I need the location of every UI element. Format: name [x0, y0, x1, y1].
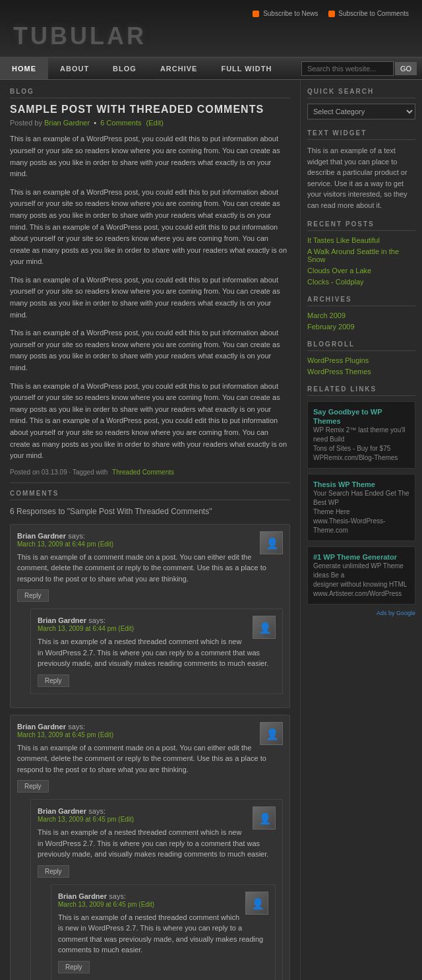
comment-box-2: 👤 Brian Gardner says: March 13, 2009 at … [10, 715, 290, 980]
nav-blog[interactable]: BLOG [101, 58, 148, 79]
blogroll-themes[interactable]: WordPress Themes [307, 368, 415, 376]
post-author-link[interactable]: Brian Gardner [44, 119, 90, 127]
comment-date-1-1: March 13, 2009 at 6:44 pm (Edit) [38, 625, 276, 632]
comment-avatar-2-1: 👤 [253, 806, 276, 830]
search-bar: GO [296, 58, 422, 79]
blogroll-section: BLOGROLL WordPress Plugins WordPress The… [307, 341, 415, 376]
recent-post-1[interactable]: It Tastes Like Beautiful [307, 236, 415, 244]
comment-avatar-1: 👤 [260, 531, 283, 554]
post-edit-label: (Edit) [146, 119, 164, 127]
reply-button-2[interactable]: Reply [17, 780, 49, 793]
subscribe-comments-link[interactable]: Subscribe to Comments [328, 10, 409, 17]
comment-edit-2-1-1[interactable]: (Edit) [138, 901, 154, 908]
comment-date-link-2-1[interactable]: March 13, 2009 at 6:45 pm [38, 816, 117, 823]
post-paragraph-2: This is an example of a WordPress post, … [10, 187, 290, 268]
ad-block-1: Say Goodbye to WP Themes WP Remix 2™ las… [307, 401, 415, 469]
comment-says-1: says: [68, 532, 85, 540]
comment-edit-2-1[interactable]: (Edit) [118, 816, 134, 823]
comment-text-1: This is an example of a comment made on … [17, 552, 283, 585]
ad-title-1[interactable]: Say Goodbye to WP Themes [313, 408, 382, 425]
comment-header-1-1: Brian Gardner says: [38, 616, 276, 625]
comment-date-link-2[interactable]: March 13, 2009 at 6:45 pm [17, 731, 96, 738]
content-area: BLOG SAMPLE POST WITH THREADED COMMENTS … [0, 80, 300, 980]
avatar-image-2-1: 👤 [253, 807, 276, 830]
search-button[interactable]: GO [395, 62, 417, 75]
archive-february[interactable]: February 2009 [307, 323, 415, 331]
comment-date-link-1[interactable]: March 13, 2009 at 6:44 pm [17, 540, 96, 548]
comments-section: COMMENTS 6 Responses to "Sample Post Wit… [10, 482, 290, 980]
avatar-image-1: 👤 [260, 532, 283, 554]
subscribe-news-link[interactable]: Subscribe to News [253, 10, 318, 17]
nav-archive[interactable]: ARCHIVE [148, 58, 210, 79]
comment-edit-1[interactable]: (Edit) [98, 540, 113, 548]
related-links-title: RELATED LINKS [307, 385, 415, 396]
reply-button-1[interactable]: Reply [17, 589, 49, 602]
blogroll-plugins[interactable]: WordPress Plugins [307, 356, 415, 364]
comment-says-1-1: says: [88, 616, 106, 624]
post-paragraph-3: This is an example of a WordPress post, … [10, 275, 290, 321]
recent-posts-title: RECENT POSTS [307, 220, 415, 231]
nav-home[interactable]: HOME [0, 58, 48, 79]
comment-text-1-1: This is an example of a nested threaded … [38, 636, 276, 669]
comment-date-2: March 13, 2009 at 6:45 pm (Edit) [17, 731, 283, 738]
post-paragraph-1: This is an example of a WordPress post, … [10, 133, 290, 180]
comment-date-1: March 13, 2009 at 6:44 pm (Edit) [17, 540, 283, 548]
ad-title-3[interactable]: #1 WP Theme Generator [313, 553, 397, 561]
comment-date-link-1-1[interactable]: March 13, 2009 at 6:44 pm [38, 625, 117, 632]
quick-search-section: QUICK SEARCH Select Category [307, 88, 415, 119]
text-widget-body: This is an example of a text widget that… [307, 145, 415, 211]
archives-title: ARCHIVES [307, 296, 415, 306]
recent-post-2[interactable]: A Walk Around Seattle in the Snow [307, 247, 415, 263]
comment-date-link-2-1-1[interactable]: March 13, 2009 at 6:45 pm [58, 901, 137, 908]
recent-post-4[interactable]: Clocks - Coldplay [307, 278, 415, 286]
google-label: Google [396, 610, 415, 616]
post-footer: Posted on 03.13.09 · Tagged with Threade… [10, 469, 290, 476]
comment-avatar-2: 👤 [260, 722, 283, 745]
comment-box-2-1: 👤 Brian Gardner says: March 13, 2009 at … [30, 799, 283, 980]
comment-author-1-1: Brian Gardner [38, 616, 86, 624]
header: Subscribe to News Subscribe to Comments … [0, 0, 422, 58]
comment-box-1-1: 👤 Brian Gardner says: March 13, 2009 at … [30, 608, 283, 694]
ad-block-2: Thesis WP Theme Your Search Has Ended Ge… [307, 474, 415, 541]
ads-label: Ads by [377, 610, 395, 616]
reply-button-2-1[interactable]: Reply [38, 865, 69, 878]
reply-button-2-1-1[interactable]: Reply [58, 961, 90, 973]
comment-box-2-1-1: 👤 Brian Gardner says: March 13, 2009 at … [51, 884, 276, 980]
comment-header-2-1: Brian Gardner says: [38, 806, 276, 816]
avatar-image-1-1: 👤 [253, 616, 276, 639]
comment-avatar-2-1-1: 👤 [245, 892, 268, 915]
recent-post-3[interactable]: Clouds Over a Lake [307, 267, 415, 275]
reply-button-1-1[interactable]: Reply [38, 674, 69, 687]
post-title: SAMPLE POST WITH THREADED COMMENTS [10, 104, 290, 115]
blogroll-title: BLOGROLL [307, 341, 415, 351]
comment-says-2-1-1: says: [109, 892, 126, 900]
comment-header-1: Brian Gardner says: [17, 531, 283, 540]
comment-box-1: 👤 Brian Gardner says: March 13, 2009 at … [10, 524, 290, 708]
category-select[interactable]: Select Category [307, 104, 415, 119]
comment-text-2: This is an example of a comment made on … [17, 742, 283, 775]
nav-fullwidth[interactable]: FULL WIDTH [209, 58, 284, 79]
main-nav: HOME ABOUT BLOG ARCHIVE FULL WIDTH GO [0, 58, 422, 80]
ad-title-2[interactable]: Thesis WP Theme [313, 480, 375, 488]
ad-text-2: Your Search Has Ended Get The Best WP Th… [313, 489, 409, 535]
comment-text-2-1-1: This is an example of a nested threaded … [58, 912, 268, 956]
comment-count: 6 Responses to "Sample Post With Threade… [10, 507, 290, 516]
nav-about[interactable]: ABOUT [48, 58, 101, 79]
comment-author-2-1-1: Brian Gardner [58, 892, 107, 900]
section-label: BLOG [10, 88, 290, 98]
ad-block-3: #1 WP Theme Generator Generate unlimited… [307, 546, 415, 604]
post-body: This is an example of a WordPress post, … [10, 133, 290, 461]
comment-edit-2[interactable]: (Edit) [98, 731, 113, 738]
nav-items: HOME ABOUT BLOG ARCHIVE FULL WIDTH [0, 58, 284, 79]
comment-avatar-1-1: 👤 [253, 616, 276, 639]
post-tagged-label: · Tagged with [69, 469, 108, 476]
comment-says-2: says: [68, 723, 85, 731]
comment-author-2-1: Brian Gardner [38, 807, 86, 815]
search-input[interactable] [301, 61, 394, 76]
sidebar: QUICK SEARCH Select Category TEXT WIDGET… [300, 80, 422, 980]
archive-march[interactable]: March 2009 [307, 311, 415, 319]
comment-header-2: Brian Gardner says: [17, 722, 283, 731]
comment-edit-1-1[interactable]: (Edit) [118, 625, 134, 632]
post-tag-link[interactable]: Threaded Comments [112, 469, 174, 476]
post-comments-link[interactable]: 6 Comments [100, 119, 141, 127]
